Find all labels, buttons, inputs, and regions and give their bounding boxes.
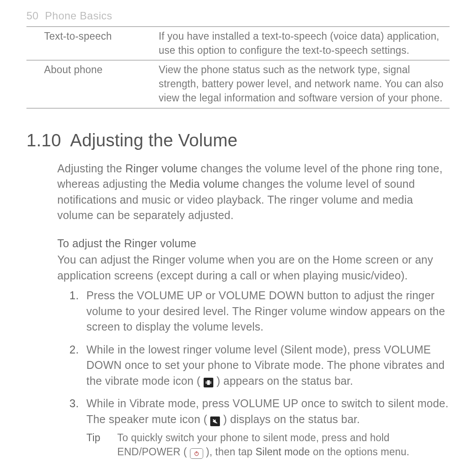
term-ringer-volume: Ringer volume — [125, 162, 197, 175]
settings-table: Text-to-speech If you have installed a t… — [26, 26, 450, 108]
svg-rect-0 — [207, 380, 210, 385]
running-head: 50 Phone Basics — [26, 10, 450, 22]
section-heading: 1.10 Adjusting the Volume — [26, 130, 450, 150]
chapter-title: Phone Basics — [45, 10, 112, 22]
term-silent-mode: Silent mode — [256, 446, 310, 457]
table-row: About phone View the phone status such a… — [26, 60, 450, 108]
step-item: While in the lowest ringer volume level … — [82, 342, 450, 389]
step-item: Press the VOLUME UP or VOLUME DOWN butto… — [82, 288, 450, 335]
sub-paragraph: You can adjust the Ringer volume when yo… — [57, 252, 450, 283]
steps-list: Press the VOLUME UP or VOLUME DOWN butto… — [57, 288, 450, 459]
end-power-button-icon — [190, 448, 203, 459]
document-page: 50 Phone Basics Text-to-speech If you ha… — [0, 0, 476, 476]
body-content: Adjusting the Ringer volume changes the … — [57, 161, 450, 459]
setting-description: View the phone status such as the networ… — [159, 60, 450, 108]
text-fragment: ), then tap — [203, 446, 256, 457]
text-fragment: on the options menu. — [310, 446, 409, 457]
tip-text: To quickly switch your phone to silent m… — [117, 431, 450, 459]
section-number: 1.10 — [26, 130, 61, 150]
page-number: 50 — [26, 10, 39, 22]
section-title-text: Adjusting the Volume — [70, 130, 238, 150]
text-fragment: ) displays on the status bar. — [220, 413, 360, 425]
term-media-volume: Media volume — [170, 178, 239, 190]
setting-description: If you have installed a text-to-speech (… — [159, 27, 450, 60]
table-row: Text-to-speech If you have installed a t… — [26, 27, 450, 60]
text-fragment: ) appears on the status bar. — [213, 375, 353, 387]
setting-term: Text-to-speech — [26, 27, 159, 60]
speaker-mute-icon — [210, 416, 220, 426]
step-item: While in Vibrate mode, press VOLUME UP o… — [82, 396, 450, 459]
tip-block: Tip To quickly switch your phone to sile… — [86, 431, 450, 459]
intro-paragraph: Adjusting the Ringer volume changes the … — [57, 161, 450, 223]
sub-heading: To adjust the Ringer volume — [57, 236, 450, 252]
tip-label: Tip — [86, 431, 117, 459]
vibrate-mode-icon — [204, 378, 213, 387]
text-fragment: Adjusting the — [57, 162, 125, 175]
setting-term: About phone — [26, 60, 159, 108]
